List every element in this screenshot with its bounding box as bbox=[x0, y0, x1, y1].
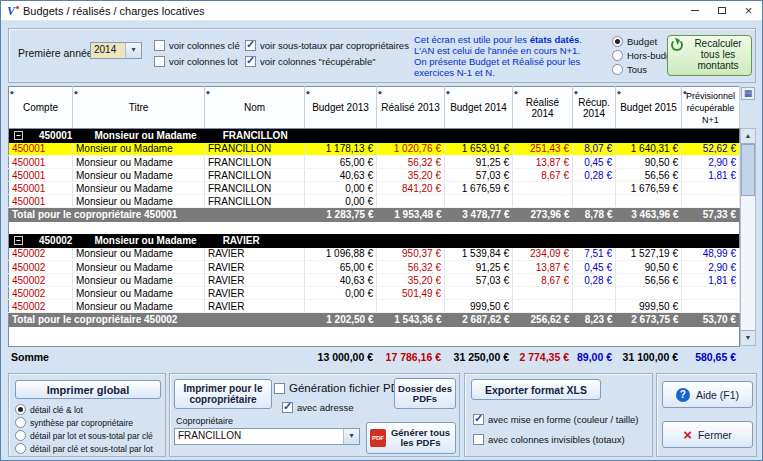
collapse-icon[interactable]: − bbox=[14, 131, 23, 140]
owner-select[interactable]: FRANCILLON ▾ bbox=[174, 428, 360, 445]
cell-amount: 56,32 € bbox=[377, 261, 445, 274]
cell-amount bbox=[682, 195, 740, 208]
recalculate-button[interactable]: Recalculer tous les montants bbox=[667, 35, 752, 76]
cell-amount bbox=[377, 195, 445, 208]
sort-icon: ◆ bbox=[378, 87, 382, 98]
total-amount: 3 478,77 € bbox=[445, 208, 513, 222]
group-header-row[interactable]: −450002Monsieur ou MadameRAVIER bbox=[9, 234, 740, 248]
print-mode-radio-group: détail clé & lotsynthèse par copropriéta… bbox=[15, 404, 153, 454]
scroll-down-icon[interactable]: ▼ bbox=[741, 330, 755, 345]
grid-row[interactable]: 450001Monsieur ou MadameFRANCILLON0,00 €… bbox=[9, 182, 740, 195]
checkbox-voir-colonnes-récupérable[interactable]: voir colonnes "récupérable" bbox=[245, 56, 409, 67]
generate-all-pdfs-label: Générer tous les PDFs bbox=[389, 428, 452, 448]
chevron-down-icon[interactable]: ▾ bbox=[125, 43, 141, 58]
column-header-label: Réalisé 2014 bbox=[526, 97, 559, 119]
checkbox-icon bbox=[245, 40, 256, 51]
sum-amount: 2 774,35 € bbox=[512, 349, 572, 364]
print-owner-button[interactable]: Imprimer pour le copropriétaire bbox=[174, 379, 272, 409]
radio-label: Budget bbox=[627, 36, 657, 47]
checkbox-avec-adresse[interactable]: avec adresse bbox=[282, 402, 354, 413]
grid-row[interactable]: 450001Monsieur ou MadameFRANCILLON40,63 … bbox=[9, 169, 740, 182]
column-header-label: Prévisionnel récupérable N+1 bbox=[686, 91, 735, 125]
export-xls-button[interactable]: Exporter format XLS bbox=[471, 379, 601, 400]
cell-amount: 65,00 € bbox=[305, 156, 377, 169]
group-header-row[interactable]: −450001Monsieur ou MadameFRANCILLON bbox=[9, 129, 740, 143]
collapse-icon[interactable]: − bbox=[14, 236, 23, 245]
column-header-réalisé-2013[interactable]: ◆Réalisé 2013 bbox=[377, 87, 445, 129]
maximize-button[interactable] bbox=[708, 1, 735, 20]
cell-amount: 90,50 € bbox=[616, 156, 682, 169]
checkbox-icon bbox=[473, 414, 484, 425]
checkbox-voir-sous-totaux-par-copropriétaires[interactable]: voir sous-totaux par copropriétaires bbox=[245, 40, 409, 51]
cell-name: RAVIER bbox=[205, 300, 305, 313]
column-header-budget-2014[interactable]: ◆Budget 2014 bbox=[445, 87, 513, 129]
column-header-compte[interactable]: ◆Compte bbox=[9, 87, 73, 129]
group-name: FRANCILLON bbox=[223, 130, 288, 141]
checkbox-voir-colonnes-lot[interactable]: voir colonnes lot bbox=[154, 56, 240, 67]
radio-label: détail par clé et sous-total par lot bbox=[30, 444, 153, 454]
close-x-icon: × bbox=[683, 428, 692, 442]
grid-row[interactable]: 450001Monsieur ou MadameFRANCILLON0,00 € bbox=[9, 195, 740, 208]
sum-amount: 31 250,00 € bbox=[444, 349, 512, 364]
cell-amount: 2,90 € bbox=[682, 261, 740, 274]
cell-amount bbox=[305, 300, 377, 313]
close-button[interactable]: × Fermer bbox=[662, 421, 753, 448]
column-header-récup-2014[interactable]: ◆Récup. 2014 bbox=[573, 87, 616, 129]
grid-row[interactable]: 450002Monsieur ou MadameRAVIER40,63 €35,… bbox=[9, 274, 740, 287]
checkbox-avec-mise-en-forme-couleur-taille[interactable]: avec mise en forme (couleur / taille) bbox=[473, 414, 638, 425]
cell-account: 450002 bbox=[9, 287, 73, 300]
checkbox-génération-fichier-pdf[interactable]: Génération fichier PDF bbox=[274, 382, 406, 394]
column-header-réalisé-2014[interactable]: ◆Réalisé 2014 bbox=[513, 87, 573, 129]
cell-amount: 65,00 € bbox=[305, 261, 377, 274]
column-header-label: Nom bbox=[244, 102, 265, 113]
cell-amount: 234,09 € bbox=[513, 248, 573, 261]
xls-format-checkbox-slot: avec mise en forme (couleur / taille) bbox=[473, 414, 638, 425]
cell-amount: 52,62 € bbox=[682, 143, 740, 156]
radio-détail-par-lot-et-sous-total-par-clé[interactable]: détail par lot et sous-total par clé bbox=[15, 430, 153, 441]
maximize-icon bbox=[718, 7, 726, 14]
cell-amount: 999,50 € bbox=[616, 300, 682, 313]
column-header-budget-2015[interactable]: ◆Budget 2015 bbox=[616, 87, 682, 129]
cell-amount: 8,67 € bbox=[513, 274, 573, 287]
grid-row[interactable]: 450002Monsieur ou MadameRAVIER999,50 €99… bbox=[9, 300, 740, 313]
grid-row[interactable]: 450002Monsieur ou MadameRAVIER1 096,88 €… bbox=[9, 248, 740, 261]
column-header-label: Budget 2015 bbox=[620, 102, 677, 113]
generate-all-pdfs-button[interactable]: PDF Générer tous les PDFs bbox=[366, 422, 456, 454]
checkbox-voir-colonnes-clé[interactable]: voir colonnes clé bbox=[154, 40, 240, 51]
cell-amount bbox=[682, 287, 740, 300]
cell-account: 450002 bbox=[9, 261, 73, 274]
vertical-scrollbar[interactable]: ▲ ▼ bbox=[740, 128, 756, 346]
checkbox-avec-colonnes-invisibles-totaux[interactable]: avec colonnes invisibles (totaux) bbox=[473, 434, 625, 445]
grid-row[interactable]: 450002Monsieur ou MadameRAVIER0,00 €501,… bbox=[9, 287, 740, 300]
first-year-select[interactable]: 2014 ▾ bbox=[90, 42, 142, 59]
grid-row[interactable]: 450002Monsieur ou MadameRAVIER65,00 €56,… bbox=[9, 261, 740, 274]
xls-hidden-checkbox-slot: avec colonnes invisibles (totaux) bbox=[473, 434, 625, 445]
grid-row[interactable]: 450001Monsieur ou MadameFRANCILLON1 178,… bbox=[9, 143, 740, 156]
cell-amount: 1 020,76 € bbox=[377, 143, 445, 156]
scroll-up-icon[interactable]: ▲ bbox=[741, 129, 755, 144]
grid-row[interactable]: 450001Monsieur ou MadameFRANCILLON65,00 … bbox=[9, 156, 740, 169]
sum-body: Somme13 000,00 €17 786,16 €31 250,00 €2 … bbox=[8, 349, 739, 364]
cell-amount bbox=[513, 287, 573, 300]
close-window-button[interactable]: × bbox=[735, 1, 762, 20]
minimize-button[interactable] bbox=[681, 1, 708, 20]
column-header-budget-2013[interactable]: ◆Budget 2013 bbox=[305, 87, 377, 129]
app-window: V Budgets / réalisés / charges locatives… bbox=[0, 0, 763, 461]
column-header-prévisionnel-récupérable-n+1[interactable]: ◆Prévisionnel récupérable N+1 bbox=[682, 87, 740, 129]
help-button[interactable]: ? Aide (F1) bbox=[662, 381, 753, 408]
radio-détail-par-clé-et-sous-total-par-lot[interactable]: détail par clé et sous-total par lot bbox=[15, 443, 153, 454]
cell-amount: 1 178,13 € bbox=[305, 143, 377, 156]
sum-row: Somme13 000,00 €17 786,16 €31 250,00 €2 … bbox=[8, 349, 739, 364]
chevron-down-icon[interactable]: ▾ bbox=[343, 429, 359, 444]
radio-détail-clé-&-lot[interactable]: détail clé & lot bbox=[15, 404, 153, 415]
cell-amount: 56,56 € bbox=[616, 169, 682, 182]
radio-synthèse-par-copropriétaire[interactable]: synthèse par copropriétaire bbox=[15, 417, 153, 428]
column-header-nom[interactable]: ◆Nom bbox=[205, 87, 305, 129]
column-header-titre[interactable]: ◆Titre bbox=[73, 87, 205, 129]
print-global-button[interactable]: Imprimer global bbox=[15, 380, 161, 399]
grid-menu-icon[interactable]: ▦ bbox=[741, 87, 755, 100]
scroll-thumb[interactable] bbox=[741, 144, 755, 196]
pdf-folder-button[interactable]: Dossier des PDFs bbox=[394, 378, 456, 409]
cell-amount bbox=[513, 195, 573, 208]
app-icon: V bbox=[7, 5, 15, 17]
